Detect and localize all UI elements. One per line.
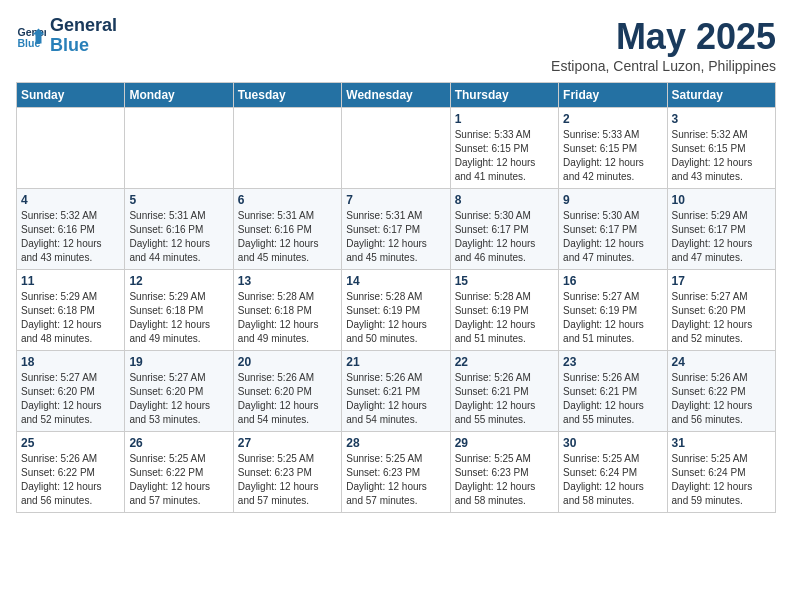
day-info: Sunrise: 5:26 AM Sunset: 6:21 PM Dayligh… xyxy=(563,371,662,427)
calendar-cell: 15Sunrise: 5:28 AM Sunset: 6:19 PM Dayli… xyxy=(450,270,558,351)
day-info: Sunrise: 5:26 AM Sunset: 6:22 PM Dayligh… xyxy=(21,452,120,508)
day-number: 15 xyxy=(455,274,554,288)
day-info: Sunrise: 5:27 AM Sunset: 6:20 PM Dayligh… xyxy=(129,371,228,427)
calendar-week-3: 11Sunrise: 5:29 AM Sunset: 6:18 PM Dayli… xyxy=(17,270,776,351)
calendar-cell: 24Sunrise: 5:26 AM Sunset: 6:22 PM Dayli… xyxy=(667,351,775,432)
day-number: 12 xyxy=(129,274,228,288)
calendar-cell: 27Sunrise: 5:25 AM Sunset: 6:23 PM Dayli… xyxy=(233,432,341,513)
day-number: 9 xyxy=(563,193,662,207)
day-info: Sunrise: 5:27 AM Sunset: 6:19 PM Dayligh… xyxy=(563,290,662,346)
calendar-cell: 23Sunrise: 5:26 AM Sunset: 6:21 PM Dayli… xyxy=(559,351,667,432)
calendar-cell: 3Sunrise: 5:32 AM Sunset: 6:15 PM Daylig… xyxy=(667,108,775,189)
calendar-cell: 8Sunrise: 5:30 AM Sunset: 6:17 PM Daylig… xyxy=(450,189,558,270)
day-info: Sunrise: 5:25 AM Sunset: 6:23 PM Dayligh… xyxy=(346,452,445,508)
day-info: Sunrise: 5:28 AM Sunset: 6:18 PM Dayligh… xyxy=(238,290,337,346)
day-info: Sunrise: 5:26 AM Sunset: 6:22 PM Dayligh… xyxy=(672,371,771,427)
calendar-cell: 26Sunrise: 5:25 AM Sunset: 6:22 PM Dayli… xyxy=(125,432,233,513)
calendar-cell: 9Sunrise: 5:30 AM Sunset: 6:17 PM Daylig… xyxy=(559,189,667,270)
day-number: 17 xyxy=(672,274,771,288)
day-number: 28 xyxy=(346,436,445,450)
day-info: Sunrise: 5:31 AM Sunset: 6:16 PM Dayligh… xyxy=(238,209,337,265)
day-info: Sunrise: 5:29 AM Sunset: 6:18 PM Dayligh… xyxy=(129,290,228,346)
day-number: 4 xyxy=(21,193,120,207)
day-info: Sunrise: 5:33 AM Sunset: 6:15 PM Dayligh… xyxy=(563,128,662,184)
title-area: May 2025 Estipona, Central Luzon, Philip… xyxy=(551,16,776,74)
header-day-sunday: Sunday xyxy=(17,83,125,108)
calendar-cell xyxy=(233,108,341,189)
day-number: 25 xyxy=(21,436,120,450)
calendar-cell: 1Sunrise: 5:33 AM Sunset: 6:15 PM Daylig… xyxy=(450,108,558,189)
day-number: 27 xyxy=(238,436,337,450)
calendar-table: SundayMondayTuesdayWednesdayThursdayFrid… xyxy=(16,82,776,513)
day-number: 16 xyxy=(563,274,662,288)
calendar-cell: 28Sunrise: 5:25 AM Sunset: 6:23 PM Dayli… xyxy=(342,432,450,513)
day-info: Sunrise: 5:26 AM Sunset: 6:21 PM Dayligh… xyxy=(346,371,445,427)
day-number: 3 xyxy=(672,112,771,126)
day-number: 2 xyxy=(563,112,662,126)
day-number: 1 xyxy=(455,112,554,126)
day-info: Sunrise: 5:26 AM Sunset: 6:21 PM Dayligh… xyxy=(455,371,554,427)
header-day-saturday: Saturday xyxy=(667,83,775,108)
logo-icon: General Blue xyxy=(16,21,46,51)
calendar-cell: 18Sunrise: 5:27 AM Sunset: 6:20 PM Dayli… xyxy=(17,351,125,432)
calendar-header-row: SundayMondayTuesdayWednesdayThursdayFrid… xyxy=(17,83,776,108)
page-header: General Blue General Blue May 2025 Estip… xyxy=(16,16,776,74)
calendar-cell: 11Sunrise: 5:29 AM Sunset: 6:18 PM Dayli… xyxy=(17,270,125,351)
day-number: 22 xyxy=(455,355,554,369)
calendar-cell: 7Sunrise: 5:31 AM Sunset: 6:17 PM Daylig… xyxy=(342,189,450,270)
calendar-week-2: 4Sunrise: 5:32 AM Sunset: 6:16 PM Daylig… xyxy=(17,189,776,270)
day-info: Sunrise: 5:28 AM Sunset: 6:19 PM Dayligh… xyxy=(455,290,554,346)
calendar-cell: 10Sunrise: 5:29 AM Sunset: 6:17 PM Dayli… xyxy=(667,189,775,270)
day-info: Sunrise: 5:30 AM Sunset: 6:17 PM Dayligh… xyxy=(455,209,554,265)
day-number: 5 xyxy=(129,193,228,207)
calendar-cell: 4Sunrise: 5:32 AM Sunset: 6:16 PM Daylig… xyxy=(17,189,125,270)
day-info: Sunrise: 5:32 AM Sunset: 6:16 PM Dayligh… xyxy=(21,209,120,265)
calendar-cell: 29Sunrise: 5:25 AM Sunset: 6:23 PM Dayli… xyxy=(450,432,558,513)
header-day-thursday: Thursday xyxy=(450,83,558,108)
day-number: 20 xyxy=(238,355,337,369)
day-info: Sunrise: 5:33 AM Sunset: 6:15 PM Dayligh… xyxy=(455,128,554,184)
day-number: 21 xyxy=(346,355,445,369)
day-number: 11 xyxy=(21,274,120,288)
calendar-week-4: 18Sunrise: 5:27 AM Sunset: 6:20 PM Dayli… xyxy=(17,351,776,432)
day-info: Sunrise: 5:30 AM Sunset: 6:17 PM Dayligh… xyxy=(563,209,662,265)
header-day-monday: Monday xyxy=(125,83,233,108)
month-year-title: May 2025 xyxy=(551,16,776,58)
day-number: 7 xyxy=(346,193,445,207)
calendar-cell xyxy=(17,108,125,189)
day-number: 8 xyxy=(455,193,554,207)
calendar-cell xyxy=(125,108,233,189)
day-number: 13 xyxy=(238,274,337,288)
day-number: 19 xyxy=(129,355,228,369)
day-number: 23 xyxy=(563,355,662,369)
calendar-cell: 13Sunrise: 5:28 AM Sunset: 6:18 PM Dayli… xyxy=(233,270,341,351)
day-info: Sunrise: 5:27 AM Sunset: 6:20 PM Dayligh… xyxy=(672,290,771,346)
day-number: 18 xyxy=(21,355,120,369)
location-subtitle: Estipona, Central Luzon, Philippines xyxy=(551,58,776,74)
day-number: 10 xyxy=(672,193,771,207)
calendar-cell: 21Sunrise: 5:26 AM Sunset: 6:21 PM Dayli… xyxy=(342,351,450,432)
day-number: 14 xyxy=(346,274,445,288)
logo-text: General Blue xyxy=(50,16,117,56)
day-number: 6 xyxy=(238,193,337,207)
logo: General Blue General Blue xyxy=(16,16,117,56)
header-day-friday: Friday xyxy=(559,83,667,108)
calendar-cell: 12Sunrise: 5:29 AM Sunset: 6:18 PM Dayli… xyxy=(125,270,233,351)
day-number: 24 xyxy=(672,355,771,369)
calendar-cell: 14Sunrise: 5:28 AM Sunset: 6:19 PM Dayli… xyxy=(342,270,450,351)
day-info: Sunrise: 5:31 AM Sunset: 6:16 PM Dayligh… xyxy=(129,209,228,265)
day-info: Sunrise: 5:32 AM Sunset: 6:15 PM Dayligh… xyxy=(672,128,771,184)
day-number: 30 xyxy=(563,436,662,450)
day-info: Sunrise: 5:25 AM Sunset: 6:24 PM Dayligh… xyxy=(672,452,771,508)
calendar-cell: 22Sunrise: 5:26 AM Sunset: 6:21 PM Dayli… xyxy=(450,351,558,432)
day-info: Sunrise: 5:25 AM Sunset: 6:22 PM Dayligh… xyxy=(129,452,228,508)
calendar-cell: 5Sunrise: 5:31 AM Sunset: 6:16 PM Daylig… xyxy=(125,189,233,270)
calendar-cell: 30Sunrise: 5:25 AM Sunset: 6:24 PM Dayli… xyxy=(559,432,667,513)
day-info: Sunrise: 5:31 AM Sunset: 6:17 PM Dayligh… xyxy=(346,209,445,265)
day-info: Sunrise: 5:27 AM Sunset: 6:20 PM Dayligh… xyxy=(21,371,120,427)
calendar-cell xyxy=(342,108,450,189)
day-info: Sunrise: 5:29 AM Sunset: 6:18 PM Dayligh… xyxy=(21,290,120,346)
day-number: 31 xyxy=(672,436,771,450)
day-info: Sunrise: 5:26 AM Sunset: 6:20 PM Dayligh… xyxy=(238,371,337,427)
day-info: Sunrise: 5:28 AM Sunset: 6:19 PM Dayligh… xyxy=(346,290,445,346)
